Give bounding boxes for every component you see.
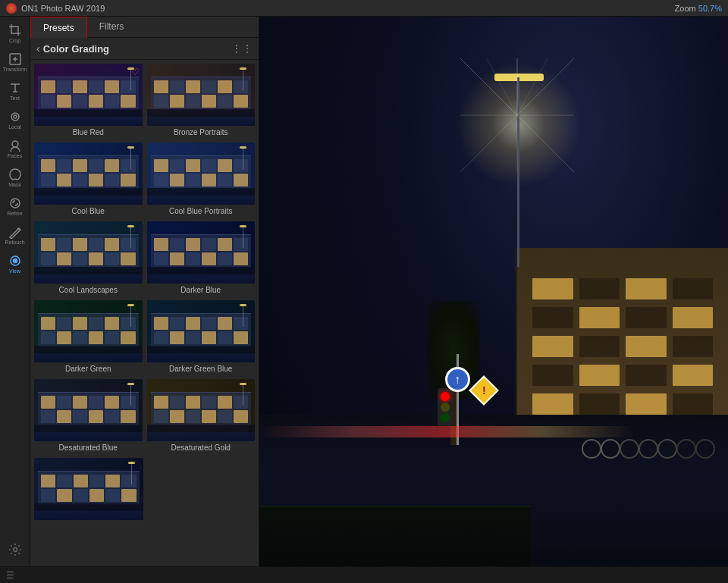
refine-label: Refine	[7, 211, 22, 216]
traffic-light-yellow	[441, 403, 450, 412]
tool-refine[interactable]: Refine	[2, 193, 29, 220]
preset-thumb-desaturated-blue	[34, 379, 143, 441]
main-photo: ↑ !	[259, 17, 728, 566]
mask-label: Mask	[8, 182, 21, 187]
faces-label: Faces	[8, 153, 22, 158]
tool-settings[interactable]	[2, 536, 29, 563]
preset-item-blue-red[interactable]: ♡ Blue Red	[33, 63, 143, 139]
preset-thumb-bronze-portraits	[147, 64, 256, 126]
zoom-value: 50.7%	[698, 4, 722, 13]
svg-point-3	[12, 141, 18, 147]
preset-item-darker-green[interactable]: Darker Green	[33, 299, 143, 375]
tool-mask[interactable]: Mask	[2, 164, 29, 191]
svg-point-23	[677, 440, 695, 458]
left-toolbar: Crop Transform Text Local	[0, 17, 30, 566]
svg-line-14	[460, 115, 517, 172]
grid-layout-icon[interactable]: ⋮⋮	[231, 42, 253, 55]
svg-line-13	[517, 115, 574, 172]
preset-label-cool-landscapes: Cool Landscapes	[59, 286, 118, 294]
preset-row: Cool Blue	[33, 142, 256, 218]
preset-thumb-darker-blue	[147, 221, 256, 284]
svg-point-19	[601, 440, 620, 458]
preset-label-cool-blue: Cool Blue	[72, 207, 105, 215]
category-header-left: ‹ Color Grading	[36, 42, 109, 55]
titlebar: ON1 Photo RAW 2019 Zoom 50.7%	[0, 0, 728, 17]
tool-transform[interactable]: Transform	[2, 49, 29, 76]
zoom-label: Zoom	[675, 4, 696, 13]
svg-point-18	[582, 440, 601, 458]
warning-icon: !	[482, 384, 485, 397]
bikes-svg	[576, 422, 720, 460]
svg-point-6	[13, 259, 17, 263]
preset-row: Desaturated Blue	[33, 378, 256, 454]
preset-thumb-desaturated-gold	[147, 379, 256, 441]
tool-retouch[interactable]: Retouch	[2, 221, 29, 249]
retouch-label: Retouch	[5, 240, 24, 245]
preset-label-darker-blue: Darker Blue	[180, 286, 221, 294]
refine-icon	[8, 196, 22, 210]
arrow-up-icon: ↑	[454, 373, 460, 387]
zoom-display: Zoom 50.7%	[675, 4, 722, 13]
tab-presets[interactable]: Presets	[30, 17, 87, 38]
svg-point-21	[639, 440, 657, 458]
preset-thumb-cool-blue	[34, 143, 143, 205]
transform-icon	[8, 52, 22, 66]
tool-view[interactable]: View	[2, 250, 29, 277]
presets-grid: ♡ Blue Red	[30, 60, 259, 566]
preset-item-darker-blue[interactable]: Darker Blue	[146, 221, 256, 296]
preset-item-desaturated-gold[interactable]: Desaturated Gold	[146, 378, 256, 454]
svg-point-2	[14, 115, 17, 118]
titlebar-left: ON1 Photo RAW 2019	[6, 3, 105, 14]
svg-line-9	[517, 58, 574, 115]
svg-line-17	[487, 58, 517, 115]
preset-item-cool-blue-portraits[interactable]: Cool Blue Portraits	[146, 142, 256, 218]
preset-thumb-darker-green-blue	[147, 300, 256, 362]
svg-point-4	[11, 199, 20, 208]
preset-item-bronze-portraits[interactable]: Bronze Portraits	[146, 63, 256, 139]
preset-row: Cool Landscapes	[33, 221, 256, 296]
view-label: View	[9, 268, 20, 274]
tool-text[interactable]: Text	[2, 77, 29, 105]
presets-panel: Presets Filters ‹ Color Grading ⋮⋮	[30, 17, 259, 566]
preset-row: Darker Green	[33, 299, 256, 375]
svg-point-7	[13, 548, 17, 552]
preset-item-last[interactable]	[33, 457, 144, 525]
app-title: ON1 Photo RAW 2019	[21, 4, 105, 13]
preset-row	[33, 457, 256, 525]
preset-label-darker-green: Darker Green	[65, 365, 111, 373]
svg-line-16	[517, 58, 548, 115]
transform-label: Transform	[3, 67, 27, 72]
preset-thumb-blue-red: ♡	[34, 64, 143, 126]
favorite-icon: ♡	[131, 67, 140, 77]
tool-crop[interactable]: Crop	[2, 20, 29, 47]
preset-label-desaturated-gold: Desaturated Gold	[171, 444, 231, 452]
view-icon	[8, 254, 22, 268]
preset-thumb-last	[34, 458, 143, 520]
sign-circle-arrow: ↑	[445, 367, 470, 392]
bottom-bar-icon[interactable]: ☰	[6, 570, 14, 581]
mask-icon	[8, 168, 22, 181]
preset-label-blue-red: Blue Red	[73, 128, 104, 136]
photo-area: ↑ !	[259, 17, 728, 566]
svg-point-24	[696, 440, 714, 458]
tab-filters[interactable]: Filters	[87, 17, 136, 37]
preset-label-desaturated-blue: Desaturated Blue	[59, 444, 118, 452]
app-logo-icon	[6, 3, 17, 14]
preset-label-darker-green-blue: Darker Green Blue	[169, 365, 232, 373]
tool-faces[interactable]: Faces	[2, 135, 29, 162]
preset-item-desaturated-blue[interactable]: Desaturated Blue	[33, 378, 143, 454]
text-label: Text	[10, 96, 20, 101]
preset-item-cool-blue[interactable]: Cool Blue	[33, 142, 143, 218]
preset-thumb-cool-landscapes	[34, 221, 143, 284]
local-icon	[8, 110, 22, 124]
retouch-icon	[8, 225, 22, 239]
tool-local[interactable]: Local	[2, 106, 29, 133]
lamp-rays-svg	[457, 55, 578, 176]
preset-item-darker-green-blue[interactable]: Darker Green Blue	[146, 299, 256, 375]
svg-point-20	[620, 440, 639, 458]
traffic-light-green	[441, 413, 450, 422]
back-arrow-icon[interactable]: ‹	[36, 42, 40, 55]
preset-item-cool-landscapes[interactable]: Cool Landscapes	[33, 221, 143, 296]
hedge-area	[259, 506, 531, 566]
traffic-light-red	[441, 392, 450, 401]
